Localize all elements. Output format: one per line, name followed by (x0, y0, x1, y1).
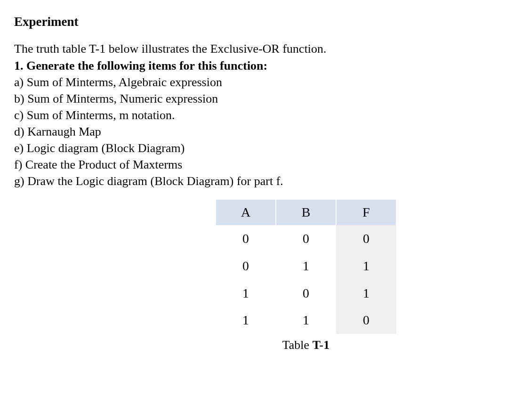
item-g: g) Draw the Logic diagram (Block Diagram… (14, 173, 499, 189)
cell-b: 1 (276, 252, 336, 280)
cell-a: 0 (216, 225, 276, 252)
table-row: 0 0 0 (216, 225, 396, 252)
cell-a: 1 (216, 307, 276, 334)
table-header-row: A B F (216, 200, 396, 225)
caption-label: T-1 (313, 338, 330, 352)
cell-f: 1 (336, 252, 396, 280)
task-instruction: 1. Generate the following items for this… (14, 57, 499, 74)
col-header-f: F (336, 200, 396, 225)
cell-b: 1 (276, 307, 336, 334)
table-caption: Table T-1 (282, 337, 330, 353)
table-row: 1 1 0 (216, 307, 396, 334)
item-d: d) Karnaugh Map (14, 123, 499, 140)
cell-a: 1 (216, 280, 276, 307)
col-header-a: A (216, 200, 276, 225)
cell-b: 0 (276, 225, 336, 252)
item-f: f) Create the Product of Maxterms (14, 156, 499, 173)
item-e: e) Logic diagram (Block Diagram) (14, 140, 499, 156)
cell-f: 1 (336, 280, 396, 307)
intro-text: The truth table T-1 below illustrates th… (14, 40, 499, 57)
cell-b: 0 (276, 280, 336, 307)
col-header-b: B (276, 200, 336, 225)
cell-a: 0 (216, 252, 276, 280)
cell-f: 0 (336, 225, 396, 252)
truth-table: A B F 0 0 0 0 1 1 1 0 1 1 1 (215, 200, 397, 334)
item-a: a) Sum of Minterms, Algebraic expression (14, 74, 499, 90)
caption-prefix: Table (282, 338, 313, 352)
item-b: b) Sum of Minterms, Numeric expression (14, 90, 499, 107)
truth-table-block: A B F 0 0 0 0 1 1 1 0 1 1 1 (212, 200, 400, 353)
cell-f: 0 (336, 307, 396, 334)
item-c: c) Sum of Minterms, m notation. (14, 107, 499, 123)
table-row: 1 0 1 (216, 280, 396, 307)
table-row: 0 1 1 (216, 252, 396, 280)
section-heading: Experiment (14, 13, 499, 30)
